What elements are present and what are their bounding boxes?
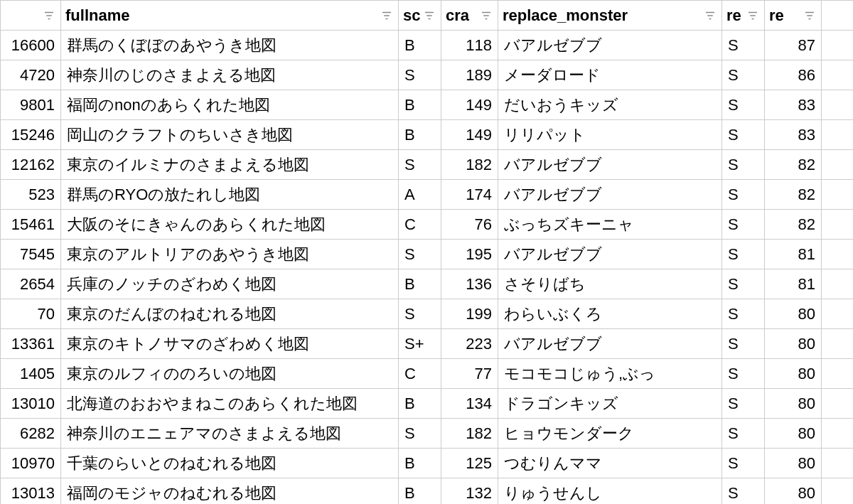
column-header-cra[interactable]: cra bbox=[441, 1, 498, 31]
cell-replace_monster[interactable]: バアルゼブブ bbox=[498, 329, 722, 359]
cell-fullname[interactable]: 神奈川のエニェアマのさまよえる地図 bbox=[61, 419, 399, 449]
table-row[interactable]: 70東京のだんぼのねむれる地図S199わらいぶくろS80 bbox=[1, 299, 854, 329]
cell-fullname[interactable]: 群馬のRYOの放たれし地図 bbox=[61, 180, 399, 210]
cell-id[interactable]: 523 bbox=[1, 180, 61, 210]
cell-re2[interactable]: 83 bbox=[765, 90, 822, 120]
cell-cra[interactable]: 77 bbox=[441, 359, 498, 389]
cell-sc[interactable]: C bbox=[399, 359, 441, 389]
cell-sc[interactable]: B bbox=[399, 31, 441, 60]
cell-id[interactable]: 13010 bbox=[1, 389, 61, 419]
cell-re2[interactable]: 80 bbox=[765, 359, 822, 389]
cell-replace_monster[interactable]: モコモコじゅう,ぶっ bbox=[498, 359, 722, 389]
cell-re2[interactable]: 80 bbox=[765, 449, 822, 478]
cell-re1[interactable]: S bbox=[722, 478, 765, 505]
table-row[interactable]: 2654兵庫のノッチのざわめく地図B136さそりばちS81 bbox=[1, 269, 854, 299]
table-row[interactable]: 7545東京のアルトリアのあやうき地図S195バアルゼブブS81 bbox=[1, 240, 854, 269]
cell-id[interactable]: 15461 bbox=[1, 210, 61, 240]
cell-cra[interactable]: 149 bbox=[441, 90, 498, 120]
cell-sc[interactable]: S bbox=[399, 299, 441, 329]
filter-icon[interactable] bbox=[380, 9, 394, 23]
cell-replace_monster[interactable]: ドラゴンキッズ bbox=[498, 389, 722, 419]
filter-icon[interactable] bbox=[479, 9, 493, 23]
cell-id[interactable]: 6282 bbox=[1, 419, 61, 449]
cell-re2[interactable]: 82 bbox=[765, 210, 822, 240]
column-header-sc[interactable]: sc bbox=[399, 1, 441, 31]
table-row[interactable]: 12162東京のイルミナのさまよえる地図S182バアルゼブブS82 bbox=[1, 150, 854, 180]
cell-re2[interactable]: 82 bbox=[765, 150, 822, 180]
cell-replace_monster[interactable]: バアルゼブブ bbox=[498, 240, 722, 269]
filter-icon[interactable] bbox=[746, 9, 760, 23]
cell-re1[interactable]: S bbox=[722, 329, 765, 359]
table-row[interactable]: 1405東京のルフィののろいの地図C77モコモコじゅう,ぶっS80 bbox=[1, 359, 854, 389]
cell-re1[interactable]: S bbox=[722, 240, 765, 269]
cell-re2[interactable]: 81 bbox=[765, 269, 822, 299]
cell-cra[interactable]: 149 bbox=[441, 120, 498, 150]
cell-re2[interactable]: 82 bbox=[765, 180, 822, 210]
cell-re2[interactable]: 80 bbox=[765, 478, 822, 505]
cell-replace_monster[interactable]: さそりばち bbox=[498, 269, 722, 299]
cell-id[interactable]: 1405 bbox=[1, 359, 61, 389]
cell-replace_monster[interactable]: ぶっちズキーニャ bbox=[498, 210, 722, 240]
cell-sc[interactable]: S+ bbox=[399, 329, 441, 359]
cell-cra[interactable]: 182 bbox=[441, 150, 498, 180]
cell-fullname[interactable]: 福岡のモジャのねむれる地図 bbox=[61, 478, 399, 505]
table-row[interactable]: 13010北海道のおおやまねこのあらくれた地図B134ドラゴンキッズS80 bbox=[1, 389, 854, 419]
table-row[interactable]: 13361東京のキトノサマのざわめく地図S+223バアルゼブブS80 bbox=[1, 329, 854, 359]
cell-re2[interactable]: 87 bbox=[765, 31, 822, 60]
cell-id[interactable]: 70 bbox=[1, 299, 61, 329]
cell-sc[interactable]: A bbox=[399, 180, 441, 210]
cell-re2[interactable]: 83 bbox=[765, 120, 822, 150]
cell-fullname[interactable]: 神奈川のじのさまよえる地図 bbox=[61, 60, 399, 90]
cell-replace_monster[interactable]: ヒョウモンダーク bbox=[498, 419, 722, 449]
column-header-re1[interactable]: re bbox=[722, 1, 765, 31]
cell-cra[interactable]: 174 bbox=[441, 180, 498, 210]
cell-id[interactable]: 4720 bbox=[1, 60, 61, 90]
cell-fullname[interactable]: 群馬のくぼぼのあやうき地図 bbox=[61, 31, 399, 60]
cell-replace_monster[interactable]: りゅうせんし bbox=[498, 478, 722, 505]
cell-fullname[interactable]: 大阪のそにきゃんのあらくれた地図 bbox=[61, 210, 399, 240]
cell-cra[interactable]: 223 bbox=[441, 329, 498, 359]
cell-sc[interactable]: B bbox=[399, 389, 441, 419]
cell-re2[interactable]: 80 bbox=[765, 299, 822, 329]
cell-id[interactable]: 13361 bbox=[1, 329, 61, 359]
cell-re1[interactable]: S bbox=[722, 299, 765, 329]
cell-sc[interactable]: B bbox=[399, 478, 441, 505]
cell-sc[interactable]: B bbox=[399, 449, 441, 478]
column-header-re2[interactable]: re bbox=[765, 1, 822, 31]
cell-re1[interactable]: S bbox=[722, 419, 765, 449]
cell-fullname[interactable]: 千葉のらいとのねむれる地図 bbox=[61, 449, 399, 478]
cell-replace_monster[interactable]: バアルゼブブ bbox=[498, 150, 722, 180]
table-row[interactable]: 10970千葉のらいとのねむれる地図B125つむりんママS80 bbox=[1, 449, 854, 478]
cell-id[interactable]: 10970 bbox=[1, 449, 61, 478]
cell-sc[interactable]: B bbox=[399, 269, 441, 299]
cell-sc[interactable]: C bbox=[399, 210, 441, 240]
filter-icon[interactable] bbox=[703, 9, 717, 23]
table-row[interactable]: 9801福岡のnonのあらくれた地図B149だいおうキッズS83 bbox=[1, 90, 854, 120]
cell-sc[interactable]: S bbox=[399, 419, 441, 449]
cell-re1[interactable]: S bbox=[722, 449, 765, 478]
cell-re1[interactable]: S bbox=[722, 389, 765, 419]
cell-cra[interactable]: 189 bbox=[441, 60, 498, 90]
cell-re2[interactable]: 80 bbox=[765, 419, 822, 449]
cell-re2[interactable]: 80 bbox=[765, 329, 822, 359]
cell-fullname[interactable]: 東京のキトノサマのざわめく地図 bbox=[61, 329, 399, 359]
cell-fullname[interactable]: 東京のアルトリアのあやうき地図 bbox=[61, 240, 399, 269]
cell-replace_monster[interactable]: リリパット bbox=[498, 120, 722, 150]
cell-replace_monster[interactable]: バアルゼブブ bbox=[498, 31, 722, 60]
cell-cra[interactable]: 132 bbox=[441, 478, 498, 505]
column-header-fullname[interactable]: fullname bbox=[61, 1, 399, 31]
table-row[interactable]: 523群馬のRYOの放たれし地図A174バアルゼブブS82 bbox=[1, 180, 854, 210]
cell-sc[interactable]: B bbox=[399, 120, 441, 150]
cell-re1[interactable]: S bbox=[722, 31, 765, 60]
cell-fullname[interactable]: 東京のルフィののろいの地図 bbox=[61, 359, 399, 389]
cell-re1[interactable]: S bbox=[722, 150, 765, 180]
cell-cra[interactable]: 136 bbox=[441, 269, 498, 299]
cell-fullname[interactable]: 東京のだんぼのねむれる地図 bbox=[61, 299, 399, 329]
cell-replace_monster[interactable]: つむりんママ bbox=[498, 449, 722, 478]
cell-replace_monster[interactable]: だいおうキッズ bbox=[498, 90, 722, 120]
cell-re2[interactable]: 86 bbox=[765, 60, 822, 90]
cell-replace_monster[interactable]: わらいぶくろ bbox=[498, 299, 722, 329]
cell-id[interactable]: 16600 bbox=[1, 31, 61, 60]
cell-cra[interactable]: 199 bbox=[441, 299, 498, 329]
cell-re1[interactable]: S bbox=[722, 90, 765, 120]
